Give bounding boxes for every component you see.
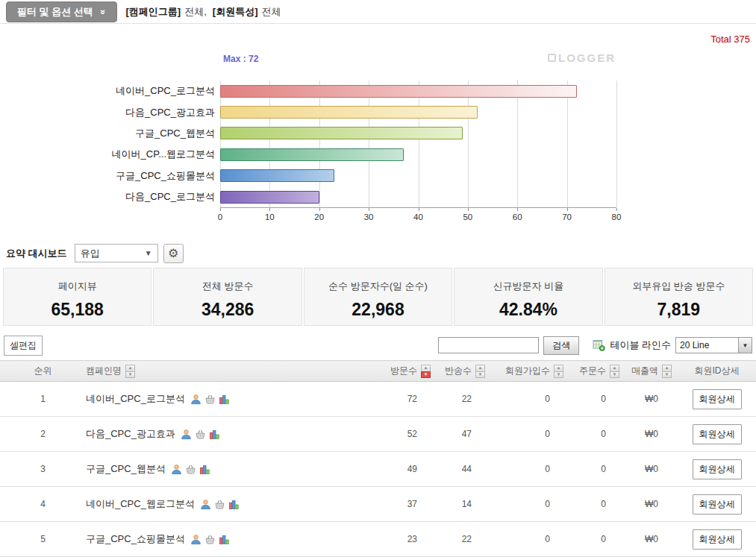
table-lines-label: 테이블 라인수 [610,339,671,352]
visits-cell: 49 [362,452,437,487]
bounces-cell: 44 [437,452,491,487]
axis-tick-icon [220,208,221,211]
bar-chart-icon[interactable] [199,464,210,475]
bar-chart-icon[interactable] [219,534,230,545]
chart-bar [220,169,334,182]
summary-card: 전체 방문수34,286 [153,268,302,326]
column-header-campaign[interactable]: 캠페인명▲▼ [86,361,362,382]
user-icon[interactable] [190,534,202,545]
sort-control[interactable]: ▲▼ [610,365,619,378]
user-icon[interactable] [181,429,192,440]
bar-chart-icon[interactable] [209,429,220,440]
sort-asc-icon[interactable]: ▲ [662,365,672,371]
sort-asc-icon[interactable]: ▲ [421,365,431,371]
member-detail-button[interactable]: 회원상세 [693,529,742,550]
campaign-name: 네이버_CPC_웹로그분석 [86,497,195,511]
chart-bar-row: 다음_CPC_로그분석 [0,186,756,207]
revenue-cell: ₩0 [625,382,678,417]
table-toolbar: 셀편집 검색 테이블 라인수 20 Line ▼ [0,336,756,355]
metric-select-value: 유입 [81,247,100,260]
column-header-bounces[interactable]: 반송수▲▼ [437,361,491,382]
sort-asc-icon[interactable]: ▲ [554,365,563,371]
sort-desc-icon[interactable]: ▼ [421,371,431,378]
bar-chart: 네이버_CPC_로그분석다음_CPC_광고효과구글_CPC_웹분석네이버_CP.… [0,81,756,225]
table-header-row: 순위캠페인명▲▼방문수▲▼반송수▲▼회원가입수▲▼주문수▲▼매출액▲▼회원ID상… [0,361,756,382]
summary-dashboard-title: 요약 대시보드 [6,247,67,260]
column-header-revenue[interactable]: 매출액▲▼ [625,361,678,382]
axis-tick-icon [517,208,518,211]
member-detail-button[interactable]: 회원상세 [693,389,742,409]
table-row: 3구글_CPC_웹분석494400₩0회원상세 [0,452,756,487]
campaign-name: 구글_CPC_쇼핑몰분석 [86,532,185,546]
user-icon[interactable] [200,499,211,510]
revenue-cell: ₩0 [625,522,678,557]
summary-card-value: 34,286 [154,300,301,320]
sort-asc-icon[interactable]: ▲ [475,365,485,371]
column-header-visits[interactable]: 방문수▲▼ [362,361,437,382]
chart-bar [220,148,404,161]
revenue-cell: ₩0 [625,417,678,452]
sort-desc-icon[interactable]: ▼ [554,371,563,378]
orders-cell: 0 [569,452,625,487]
member-detail-button[interactable]: 회원상세 [693,459,742,479]
table-lines-icon [593,339,605,351]
basket-icon[interactable] [204,394,216,405]
detail-cell: 회원상세 [678,417,756,452]
dropdown-arrow-icon: ▼ [738,338,752,353]
sort-desc-icon[interactable]: ▼ [125,371,135,378]
bounces-cell: 22 [437,522,491,557]
sort-control[interactable]: ▲▼ [125,365,135,378]
sort-desc-icon[interactable]: ▼ [475,371,485,378]
settings-button[interactable]: ⚙ [163,244,184,263]
table-row: 5구글_CPC_쇼핑몰분석232200₩0회원상세 [0,522,756,557]
sort-asc-icon[interactable]: ▲ [125,365,135,371]
logger-logo-text: LOGGER [558,51,616,64]
search-input[interactable] [438,337,539,353]
basket-icon[interactable] [195,429,206,440]
search-button[interactable]: 검색 [543,336,579,355]
filter-options-button[interactable]: 필터 및 옵션 선택 » [6,1,117,22]
bar-chart-icon[interactable] [228,499,240,510]
chart-x-axis: 01020304050607080 [220,207,616,225]
sort-control[interactable]: ▲▼ [554,365,563,378]
user-icon[interactable] [171,464,182,475]
table-lines-select[interactable]: 20 Line ▼ [675,337,752,353]
member-detail-button[interactable]: 회원상세 [693,494,742,514]
sort-control[interactable]: ▲▼ [421,365,431,378]
chart-bar-row: 구글_CPC_쇼핑몰분석 [0,166,756,186]
campaign-cell-wrap: 다음_CPC_광고효과 [86,417,362,452]
user-icon[interactable] [190,394,202,405]
table-row: 4네이버_CPC_웹로그분석371400₩0회원상세 [0,487,756,522]
sort-asc-icon[interactable]: ▲ [610,365,619,371]
signups-cell: 0 [491,487,569,522]
sort-control[interactable]: ▲▼ [475,365,485,378]
summary-card-value: 42.84% [454,300,602,320]
rank-cell: 1 [0,382,86,417]
column-header-signups[interactable]: 회원가입수▲▼ [491,361,569,382]
basket-icon[interactable] [204,534,216,545]
axis-tick-label: 60 [513,213,522,221]
column-header-orders[interactable]: 주문수▲▼ [569,361,625,382]
chart-bar-row: 네이버_CP...웹로그분석 [0,144,756,165]
sort-control[interactable]: ▲▼ [662,365,672,378]
sort-desc-icon[interactable]: ▼ [610,371,619,378]
breadcrumb-label: [캠페인그룹] [126,5,181,19]
table-row: 2다음_CPC_광고효과524700₩0회원상세 [0,417,756,452]
bar-chart-icon[interactable] [219,394,230,405]
summary-cards: 페이지뷰65,188전체 방문수34,286순수 방문자수(일 순수)22,96… [3,268,753,326]
metric-select[interactable]: 유입 ▼ [75,244,158,262]
basket-icon[interactable] [214,499,225,510]
table-row: 1네이버_CPC_로그분석722200₩0회원상세 [0,382,756,417]
summary-card: 신규방문자 비율42.84% [454,268,602,326]
summary-card-value: 22,968 [304,300,452,320]
campaign-cell-wrap: 구글_CPC_쇼핑몰분석 [86,522,362,557]
member-detail-button[interactable]: 회원상세 [693,424,742,444]
column-header-label: 순위 [34,365,52,377]
sort-desc-icon[interactable]: ▼ [662,371,672,378]
basket-icon[interactable] [185,464,196,475]
campaign-cell-wrap: 네이버_CPC_로그분석 [86,382,362,417]
rank-cell: 4 [0,487,86,522]
axis-tick-label: 40 [413,213,423,221]
table-lines-value: 20 Line [676,340,738,350]
cell-edit-button[interactable]: 셀편집 [4,336,43,356]
